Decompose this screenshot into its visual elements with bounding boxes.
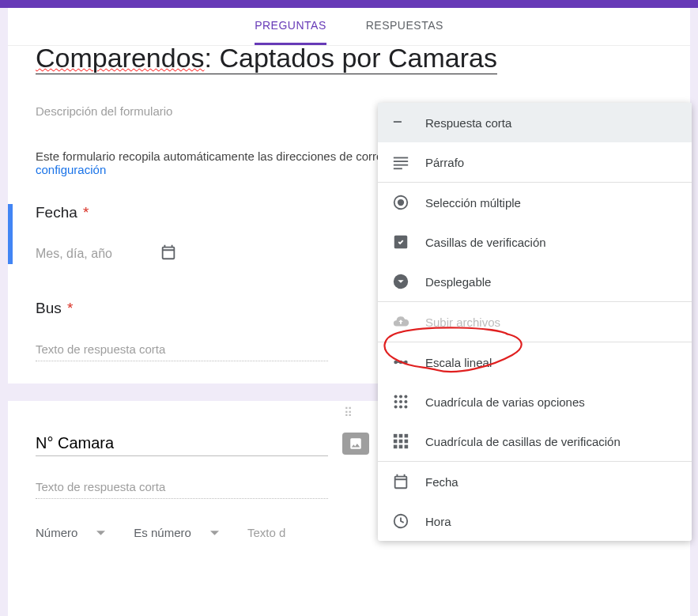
cloud-upload-icon [392, 313, 409, 331]
question-title-input[interactable] [36, 431, 328, 456]
menu-item-mc-grid[interactable]: Cuadrícula de varias opciones [378, 382, 692, 421]
svg-point-14 [394, 395, 398, 399]
chevron-down-icon [210, 531, 219, 535]
svg-rect-24 [399, 434, 403, 438]
radio-icon [392, 194, 409, 211]
menu-label: Desplegable [425, 275, 491, 289]
svg-rect-29 [394, 445, 398, 449]
grid-squares-icon [392, 433, 409, 450]
title-sep: : [205, 43, 220, 73]
svg-point-18 [399, 400, 402, 403]
svg-point-16 [404, 395, 407, 399]
svg-rect-30 [399, 445, 403, 449]
menu-label: Selección múltiple [425, 196, 521, 210]
menu-label: Cuadrícula de varias opciones [425, 395, 585, 409]
svg-rect-5 [394, 168, 402, 169]
menu-item-cb-grid[interactable]: Cuadrícula de casillas de verificación [378, 421, 692, 461]
svg-point-21 [399, 405, 402, 408]
top-accent-bar [0, 0, 698, 8]
grid-dots-icon [392, 393, 409, 410]
svg-rect-26 [394, 440, 398, 444]
menu-item-multiple-choice[interactable]: Selección múltiple [378, 183, 692, 222]
auto-collect-text: Este formulario recopila automáticamente… [36, 149, 390, 163]
menu-item-linear-scale[interactable]: Escala lineal [378, 342, 692, 382]
checkbox-icon [392, 233, 409, 251]
svg-rect-27 [399, 440, 403, 444]
svg-rect-4 [394, 164, 408, 166]
q-label-text: Bus [36, 300, 62, 316]
calendar-icon [392, 473, 409, 490]
svg-rect-25 [405, 434, 409, 438]
linear-scale-icon [392, 353, 409, 371]
dropdown-icon [392, 273, 409, 290]
required-asterisk: * [83, 204, 89, 221]
validation-type-select[interactable]: Número [36, 526, 105, 539]
svg-rect-0 [394, 121, 402, 123]
tab-responses[interactable]: RESPUESTAS [366, 8, 443, 45]
tab-bar: PREGUNTAS RESPUESTAS [8, 8, 690, 46]
svg-rect-23 [394, 434, 398, 438]
svg-point-19 [404, 400, 407, 403]
svg-point-15 [399, 395, 402, 399]
svg-point-17 [394, 400, 398, 403]
menu-item-dropdown[interactable]: Desplegable [378, 262, 692, 301]
menu-item-checkboxes[interactable]: Casillas de verificación [378, 222, 692, 262]
menu-label: Subir archivos [425, 316, 500, 329]
form-title[interactable]: Comparendos: Captados por Camaras [36, 43, 497, 74]
svg-rect-13 [396, 361, 406, 363]
validation-condition-select[interactable]: Es número [134, 526, 219, 539]
tab-questions[interactable]: PREGUNTAS [255, 8, 326, 45]
svg-rect-3 [394, 161, 408, 162]
validation-condition-label: Es número [134, 526, 191, 539]
paragraph-icon [392, 153, 409, 171]
svg-point-22 [404, 405, 407, 408]
add-image-button[interactable] [342, 433, 369, 455]
menu-item-date[interactable]: Fecha [378, 462, 692, 501]
menu-label: Fecha [425, 475, 458, 489]
svg-rect-31 [405, 445, 409, 449]
date-placeholder[interactable]: Mes, día, año [36, 247, 112, 261]
menu-label: Párrafo [425, 156, 464, 169]
title-word-2: Captados por Camaras [219, 43, 497, 73]
clock-icon [392, 512, 409, 530]
short-answer-icon [392, 114, 409, 131]
short-answer-placeholder: Texto de respuesta corta [36, 480, 328, 499]
menu-item-paragraph[interactable]: Párrafo [378, 142, 692, 182]
menu-label: Hora [425, 515, 451, 528]
title-word-1: Comparendos [36, 43, 205, 73]
chevron-down-icon [96, 531, 105, 535]
svg-point-7 [398, 199, 404, 206]
q-label-text: Fecha [36, 204, 77, 221]
svg-point-20 [394, 405, 398, 408]
config-link[interactable]: configuración [36, 163, 106, 176]
svg-rect-2 [394, 157, 408, 159]
menu-item-time[interactable]: Hora [378, 501, 692, 541]
menu-label: Cuadrícula de casillas de verificación [425, 435, 621, 448]
menu-label: Escala lineal [425, 356, 492, 369]
required-asterisk: * [67, 300, 73, 316]
validation-type-label: Número [36, 526, 77, 539]
svg-rect-28 [405, 440, 409, 444]
short-answer-placeholder: Texto de respuesta corta [36, 342, 328, 361]
calendar-icon[interactable] [160, 244, 177, 264]
validation-error-input[interactable]: Texto d [247, 526, 285, 539]
menu-item-file-upload: Subir archivos [378, 302, 692, 342]
menu-item-short-answer[interactable]: Respuesta corta [378, 103, 692, 142]
menu-label: Respuesta corta [425, 116, 511, 130]
image-icon [349, 436, 363, 451]
question-type-menu: Respuesta corta Párrafo Selección múltip… [378, 103, 692, 541]
menu-label: Casillas de verificación [425, 236, 546, 249]
